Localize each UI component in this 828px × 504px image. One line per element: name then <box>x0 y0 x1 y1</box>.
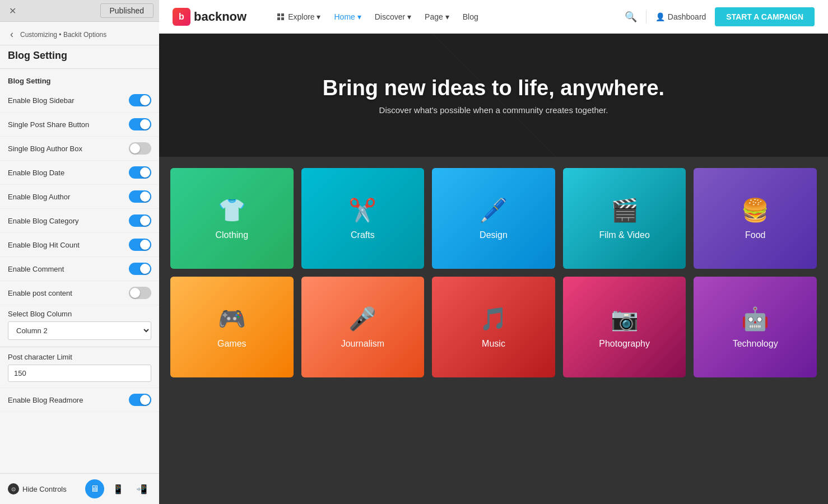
category-card-crafts[interactable]: ✂️ Crafts <box>301 168 425 269</box>
nav-item-page[interactable]: Page ▾ <box>419 9 455 25</box>
category-card-film-video[interactable]: 🎬 Film & Video <box>563 168 686 269</box>
desktop-device-button[interactable]: 🖥 <box>85 479 104 498</box>
row-enable-blog-sidebar: Enable Blog Sidebar <box>0 88 159 113</box>
category-icon-music: 🎵 <box>480 306 508 332</box>
search-button[interactable]: 🔍 <box>625 11 637 23</box>
label-single-blog-author: Single Blog Author Box <box>8 144 82 153</box>
category-label-games: Games <box>217 339 246 349</box>
category-grid: 👕 Clothing ✂️ Crafts 🖊️ Design 🎬 Film & … <box>170 168 817 377</box>
row-single-post-share: Single Post Share Button <box>0 113 159 137</box>
back-button[interactable]: ‹ <box>8 29 16 40</box>
category-icon-crafts: ✂️ <box>348 197 376 223</box>
sidebar-header: ‹ Customizing • Backit Options <box>0 22 159 45</box>
row-enable-blog-category: Enable Blog Category <box>0 209 159 233</box>
category-card-technology[interactable]: 🤖 Technology <box>694 277 817 377</box>
category-card-music[interactable]: 🎵 Music <box>432 277 555 377</box>
category-icon-technology: 🤖 <box>741 306 769 332</box>
tablet-device-button[interactable]: 📱 <box>109 479 128 498</box>
nav-item-explore[interactable]: Explore ▾ <box>271 9 326 25</box>
toggle-single-blog-author[interactable] <box>129 142 151 155</box>
toggle-enable-comment[interactable] <box>129 263 151 275</box>
category-section: 👕 Clothing ✂️ Crafts 🖊️ Design 🎬 Film & … <box>159 157 828 504</box>
svg-rect-2 <box>277 17 280 20</box>
start-campaign-button[interactable]: START A CAMPAIGN <box>715 7 815 26</box>
category-icon-design: 🖊️ <box>480 197 508 223</box>
category-icon-clothing: 👕 <box>218 197 246 223</box>
logo-text: backnow <box>194 10 246 24</box>
category-card-design[interactable]: 🖊️ Design <box>432 168 555 269</box>
enable-blog-readmore-toggle[interactable] <box>129 394 151 406</box>
toggle-rows-container: Enable Blog Sidebar Single Post Share Bu… <box>0 88 159 305</box>
svg-rect-0 <box>277 13 280 16</box>
sidebar-bottom-bar: ⊙ Hide Controls 🖥 📱 📲 <box>0 473 159 504</box>
label-enable-blog-category: Enable Blog Category <box>8 217 78 225</box>
category-icon-games: 🎮 <box>218 306 246 332</box>
hide-controls-label: Hide Controls <box>22 485 67 493</box>
main-content: b backnow Explore ▾ Home ▾ Discover ▾ Pa… <box>159 0 828 504</box>
toggle-enable-blog-author[interactable] <box>129 190 151 203</box>
logo[interactable]: b backnow <box>173 8 246 26</box>
hero-subtitle: Discover what's possible when a communit… <box>323 105 664 115</box>
char-limit-row: Post character Limit <box>0 347 159 388</box>
label-enable-blog-sidebar: Enable Blog Sidebar <box>8 96 75 105</box>
category-label-clothing: Clothing <box>215 230 248 240</box>
nav-links: Explore ▾ Home ▾ Discover ▾ Page ▾ Blog <box>271 9 484 25</box>
category-card-journalism[interactable]: 🎤 Journalism <box>301 277 425 377</box>
enable-blog-readmore-label: Enable Blog Readmore <box>8 396 83 404</box>
category-card-games[interactable]: 🎮 Games <box>170 277 294 377</box>
category-label-crafts: Crafts <box>351 230 375 240</box>
label-enable-blog-hit-count: Enable Blog Hit Count <box>8 241 80 249</box>
toggle-enable-blog-hit-count[interactable] <box>129 239 151 251</box>
hero-section: Bring new ideas to life, anywhere. Disco… <box>159 34 828 157</box>
category-label-design: Design <box>480 230 508 240</box>
published-button[interactable]: Published <box>100 3 154 18</box>
category-label-technology: Technology <box>733 339 778 349</box>
category-icon-film-video: 🎬 <box>611 197 639 223</box>
select-blog-column[interactable]: Column 2 Column 1 Column 3 <box>8 321 151 340</box>
label-enable-blog-author: Enable Blog Author <box>8 193 70 201</box>
category-icon-food: 🍔 <box>741 197 769 223</box>
close-button[interactable]: ✕ <box>6 4 19 17</box>
logo-icon: b <box>173 8 190 26</box>
dashboard-link[interactable]: 👤 Dashboard <box>655 12 706 21</box>
toggle-enable-blog-category[interactable] <box>129 214 151 227</box>
select-blog-column-label: Select Blog Column <box>8 310 151 318</box>
category-label-film-video: Film & Video <box>599 230 649 240</box>
category-card-clothing[interactable]: 👕 Clothing <box>170 168 294 269</box>
nav-item-home[interactable]: Home ▾ <box>329 9 367 25</box>
section-label: Blog Setting <box>0 69 159 88</box>
enable-blog-readmore-row: Enable Blog Readmore <box>0 388 159 412</box>
category-card-photography[interactable]: 📷 Photography <box>563 277 686 377</box>
row-enable-post-content: Enable post content <box>0 281 159 305</box>
mobile-device-button[interactable]: 📲 <box>132 479 151 498</box>
sidebar-top-bar: ✕ Published <box>0 0 159 22</box>
category-card-food[interactable]: 🍔 Food <box>694 168 817 269</box>
hide-controls-icon: ⊙ <box>8 483 19 494</box>
hero-title: Bring new ideas to life, anywhere. <box>323 76 664 101</box>
navbar: b backnow Explore ▾ Home ▾ Discover ▾ Pa… <box>159 0 828 34</box>
nav-item-blog[interactable]: Blog <box>457 9 484 25</box>
device-icons: 🖥 📱 📲 <box>85 479 151 498</box>
nav-item-discover[interactable]: Discover ▾ <box>369 9 417 25</box>
category-icon-journalism: 🎤 <box>348 306 376 332</box>
hide-controls-button[interactable]: ⊙ Hide Controls <box>8 483 67 494</box>
toggle-enable-blog-date[interactable] <box>129 166 151 179</box>
svg-rect-3 <box>281 17 284 20</box>
toggle-enable-blog-sidebar[interactable] <box>129 94 151 106</box>
breadcrumb: Customizing • Backit Options <box>20 31 106 39</box>
toggle-single-post-share[interactable] <box>129 118 151 130</box>
label-single-post-share: Single Post Share Button <box>8 120 89 129</box>
label-enable-blog-date: Enable Blog Date <box>8 169 64 177</box>
row-enable-comment: Enable Comment <box>0 257 159 281</box>
char-limit-input[interactable] <box>8 365 151 382</box>
row-enable-blog-author: Enable Blog Author <box>0 185 159 209</box>
toggle-enable-post-content[interactable] <box>129 287 151 299</box>
hero-content: Bring new ideas to life, anywhere. Disco… <box>323 76 664 115</box>
category-label-photography: Photography <box>599 339 650 349</box>
nav-right: 🔍 👤 Dashboard START A CAMPAIGN <box>625 7 815 26</box>
row-enable-blog-date: Enable Blog Date <box>0 161 159 185</box>
sidebar-title: Blog Setting <box>0 45 159 69</box>
category-icon-photography: 📷 <box>611 306 639 332</box>
category-label-music: Music <box>482 339 505 349</box>
category-label-food: Food <box>745 230 765 240</box>
